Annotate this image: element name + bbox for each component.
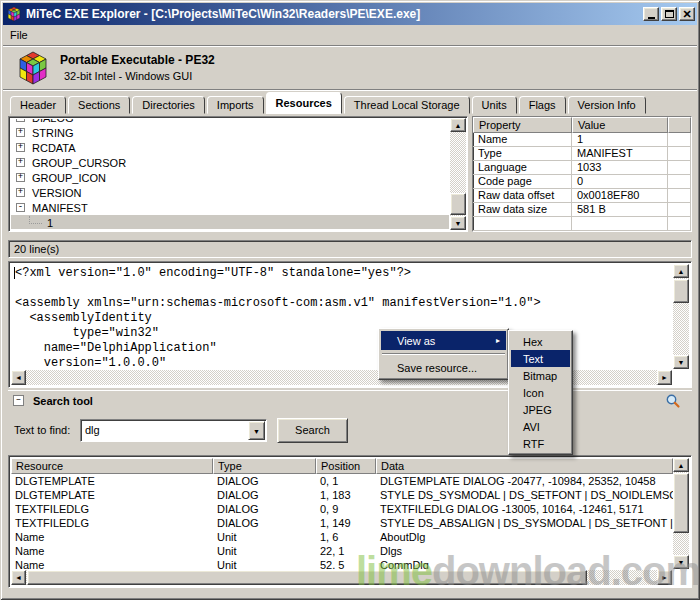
tree-collapse-icon[interactable]: -	[16, 203, 25, 212]
tab-header[interactable]: Header	[10, 96, 66, 114]
tree-expand-icon[interactable]: +	[16, 119, 25, 122]
scroll-up-icon[interactable]: ▲	[673, 264, 689, 278]
viewer-line: <assembly xmlns="urn:schemas-microsoft-c…	[15, 296, 671, 311]
combo-dropdown-button[interactable]: ▼	[248, 421, 265, 440]
tree-item[interactable]: +RCDATA	[11, 140, 449, 155]
property-row[interactable]: Raw data offset0x0018EF80	[473, 189, 691, 203]
search-input[interactable]: dlg ▼	[80, 419, 267, 442]
tab-thread-local-storage[interactable]: Thread Local Storage	[344, 96, 470, 114]
collapse-icon[interactable]: –	[13, 395, 24, 406]
table-row[interactable]: TEXTFILEDLGDIALOG0, 9TEXTFILEDLG DIALOG …	[11, 502, 673, 516]
submenu-item-rtf[interactable]: RTF	[511, 435, 570, 452]
maximize-button[interactable]	[661, 7, 677, 21]
tab-sections[interactable]: Sections	[68, 96, 130, 114]
submenu-arrow-icon: ▸	[496, 336, 500, 345]
cell-position: 0, 9	[316, 502, 376, 516]
table-row[interactable]: TEXTFILEDLGDIALOG1, 149STYLE DS_ABSALIGN…	[11, 516, 673, 530]
cell-position: 1, 183	[316, 488, 376, 502]
search-tool-header: – Search tool	[8, 390, 692, 410]
tree-item[interactable]: -MANIFEST	[11, 200, 449, 215]
tree-expand-icon[interactable]: +	[16, 128, 25, 137]
tab-units[interactable]: Units	[472, 96, 517, 114]
cell-position: 0, 1	[316, 474, 376, 488]
viewer-vertical-scrollbar[interactable]: ▲ ▼	[673, 264, 689, 369]
results-horizontal-scrollbar[interactable]: ◄ ►	[11, 570, 672, 585]
property-value: 0x0018EF80	[572, 189, 668, 202]
property-name	[473, 231, 572, 232]
scroll-right-icon[interactable]: ►	[657, 570, 672, 585]
resource-text-viewer[interactable]: <?xml version="1.0" encoding="UTF-8" sta…	[8, 261, 692, 388]
scroll-up-icon[interactable]: ▲	[450, 118, 466, 132]
property-row[interactable]: Name1	[473, 133, 691, 147]
close-button[interactable]: ✕	[679, 7, 695, 21]
column-header-value[interactable]: Value	[572, 117, 668, 133]
results-header: ResourceTypePositionData	[11, 458, 673, 474]
cell-type: DIALOG	[213, 502, 316, 516]
tree-expand-icon[interactable]: +	[16, 158, 25, 167]
search-button[interactable]: Search	[277, 418, 348, 443]
tree-scrollbar[interactable]: ▲ ▼	[450, 118, 466, 230]
submenu-item-icon[interactable]: Icon	[511, 384, 570, 401]
column-header-position[interactable]: Position	[316, 458, 376, 474]
scrollbar-thumb[interactable]	[450, 193, 466, 215]
tab-directories[interactable]: Directories	[132, 96, 205, 114]
property-row[interactable]: TypeMANIFEST	[473, 147, 691, 161]
search-query-text: dlg	[81, 420, 266, 436]
column-header-data[interactable]: Data	[376, 458, 673, 474]
results-vertical-scrollbar[interactable]: ▲ ▼	[673, 458, 689, 569]
property-extra	[668, 161, 691, 174]
tree-expand-icon[interactable]: +	[16, 173, 25, 182]
submenu-item-bitmap[interactable]: Bitmap	[511, 367, 570, 384]
tree-item[interactable]: +GROUP_CURSOR	[11, 155, 449, 170]
property-row[interactable]: Language1033	[473, 161, 691, 175]
line-count-bar: 20 line(s)	[8, 240, 692, 258]
submenu-item-avi[interactable]: AVI	[511, 418, 570, 435]
property-extra	[668, 147, 691, 160]
scrollbar-thumb[interactable]	[673, 473, 689, 533]
magnifier-icon[interactable]	[665, 393, 681, 409]
file-info-header: Portable Executable - PE32 32-bit Intel …	[3, 48, 697, 89]
menu-item-save-resource-[interactable]: Save resource...	[381, 358, 506, 377]
scroll-down-icon[interactable]: ▼	[673, 555, 689, 569]
tree-item[interactable]: +GROUP_ICON	[11, 170, 449, 185]
minimize-button[interactable]	[643, 7, 659, 21]
table-row[interactable]: NameUnit1, 6AboutDlg	[11, 530, 673, 544]
column-header-type[interactable]: Type	[213, 458, 316, 474]
table-row[interactable]: DLGTEMPLATEDIALOG0, 1DLGTEMPLATE DIALOG …	[11, 474, 673, 488]
submenu-item-jpeg[interactable]: JPEG	[511, 401, 570, 418]
tab-imports[interactable]: Imports	[207, 96, 264, 114]
scrollbar-thumb[interactable]	[673, 279, 689, 303]
tree-item[interactable]: 1	[11, 215, 449, 229]
tab-flags[interactable]: Flags	[519, 96, 566, 114]
viewer-line	[15, 281, 671, 296]
menu-item-view-as[interactable]: View as▸	[381, 331, 506, 350]
tab-version-info[interactable]: Version Info	[568, 96, 646, 114]
tree-item[interactable]: +STRING	[11, 125, 449, 140]
scroll-down-icon[interactable]: ▼	[450, 216, 466, 230]
property-row[interactable]: Raw data size581 B	[473, 203, 691, 217]
tree-expand-icon[interactable]: +	[16, 143, 25, 152]
submenu-item-text[interactable]: Text	[511, 350, 570, 367]
scroll-left-icon[interactable]: ◄	[11, 370, 26, 385]
table-row[interactable]: NameUnit52, 5CommDlg	[11, 558, 673, 569]
column-header-resource[interactable]: Resource	[11, 458, 213, 474]
scrollbar-thumb[interactable]	[27, 570, 587, 585]
property-row-empty	[473, 231, 691, 232]
scroll-left-icon[interactable]: ◄	[11, 570, 26, 585]
property-row[interactable]: Code page0	[473, 175, 691, 189]
tree-item-label: 1	[47, 217, 53, 229]
menu-file[interactable]: File	[3, 27, 35, 43]
tree-expand-icon[interactable]: +	[16, 188, 25, 197]
scroll-up-icon[interactable]: ▲	[673, 458, 689, 472]
column-header-property[interactable]: Property	[473, 117, 572, 133]
cell-resource: DLGTEMPLATE	[11, 474, 213, 488]
tab-resources[interactable]: Resources	[266, 92, 342, 114]
scroll-down-icon[interactable]: ▼	[673, 355, 689, 369]
scroll-right-icon[interactable]: ►	[657, 370, 672, 385]
table-row[interactable]: NameUnit22, 1Dlgs	[11, 544, 673, 558]
tree-item[interactable]: +VERSION	[11, 185, 449, 200]
table-row[interactable]: DLGTEMPLATEDIALOG1, 183STYLE DS_SYSMODAL…	[11, 488, 673, 502]
property-name: Type	[473, 147, 572, 160]
submenu-item-hex[interactable]: Hex	[511, 333, 570, 350]
resource-tree[interactable]: +DIALOG+STRING+RCDATA+GROUP_CURSOR+GROUP…	[8, 116, 468, 232]
